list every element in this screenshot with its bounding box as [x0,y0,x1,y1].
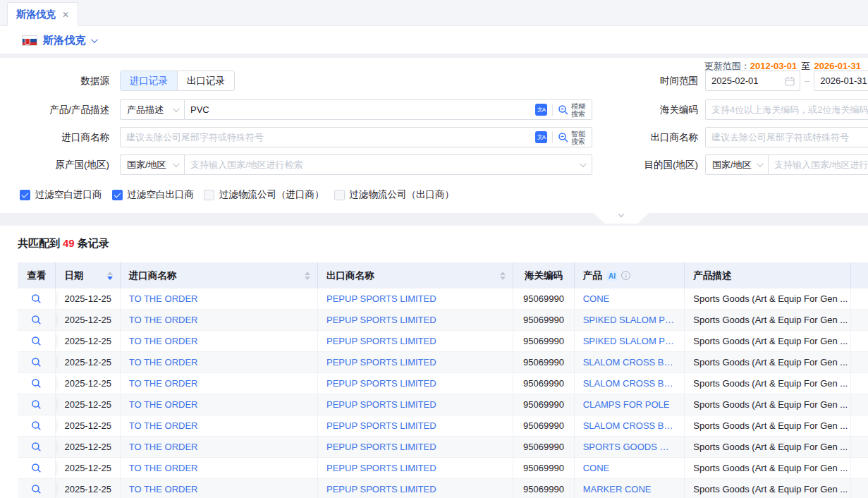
cell-exporter-link[interactable]: PEPUP SPORTS LIMITED [318,394,513,415]
tab-slovakia[interactable]: 斯洛伐克 ✕ [7,2,78,26]
view-record-button[interactable] [18,415,56,436]
cell-importer-link[interactable]: TO THE ORDER [121,458,318,478]
checkbox-filter-blank-exporter[interactable]: 过滤空白出口商 [112,188,195,201]
cell-exporter-link[interactable]: PEPUP SPORTS LIMITED [318,479,513,498]
cell-exporter-link[interactable]: PEPUP SPORTS LIMITED [326,420,436,431]
cell-exporter-link[interactable]: PEPUP SPORTS LIMITED [318,415,513,436]
date-end-input[interactable] [814,71,868,90]
product-input[interactable] [185,100,535,119]
smart-search-button[interactable]: 智能搜索 [558,130,587,145]
sort-icon-importer[interactable] [305,272,310,280]
checkbox-filter-blank-importer[interactable]: 过滤空白进口商 [20,188,102,201]
cell-exporter-link[interactable]: PEPUP SPORTS LIMITED [326,399,436,410]
cell-importer-link[interactable]: TO THE ORDER [129,315,198,325]
cell-product-link[interactable]: CLAMPS FOR POLE [575,394,685,415]
cell-product-link[interactable]: SPORTS GOODS MAR... [583,442,676,452]
cell-product-link[interactable]: CLAMPS FOR POLE [583,399,670,410]
tab-import-records[interactable]: 进口记录 [121,71,177,90]
cell-product-link[interactable]: SPIKED SLALOM POLE [575,310,685,330]
cell-product-link[interactable]: MARKER CONE [583,484,652,494]
cell-exporter-link[interactable]: PEPUP SPORTS LIMITED [326,484,436,494]
cell-product-link[interactable]: MARKER CONE [575,479,685,498]
cell-importer-link[interactable]: TO THE ORDER [129,293,198,304]
cell-exporter-link[interactable]: PEPUP SPORTS LIMITED [326,357,436,368]
cell-exporter-link[interactable]: PEPUP SPORTS LIMITED [326,463,436,473]
cell-importer-link[interactable]: TO THE ORDER [121,437,318,457]
cell-exporter-link[interactable]: PEPUP SPORTS LIMITED [318,289,513,309]
cell-importer-link[interactable]: TO THE ORDER [129,399,198,410]
destination-type-select[interactable]: 国家/地区 [705,154,769,175]
view-record-button[interactable] [18,373,56,394]
cell-importer-link[interactable]: TO THE ORDER [121,415,318,436]
cell-importer-link[interactable]: TO THE ORDER [129,442,198,452]
destination-input[interactable] [769,155,868,174]
cell-product-link[interactable]: SPIKED SLALOM POLE [575,331,685,351]
cell-exporter-link[interactable]: PEPUP SPORTS LIMITED [326,293,436,304]
view-record-button[interactable] [18,458,56,478]
view-record-button[interactable] [18,479,56,498]
cell-importer-link[interactable]: TO THE ORDER [129,420,198,431]
cell-product-link[interactable]: SLALOM CROSS BAR [583,378,676,389]
cell-product-link[interactable]: SLALOM CROSS BAR [575,373,685,394]
cell-product-link[interactable]: CONE [575,289,685,309]
sort-icon-exporter[interactable] [500,272,506,280]
product-type-select[interactable]: 产品描述 [120,99,185,120]
cell-product-link[interactable]: SPORTS GOODS MAR... [575,437,685,457]
chevron-down-icon[interactable] [580,160,587,167]
info-icon[interactable]: i [621,271,630,280]
cell-exporter-link[interactable]: PEPUP SPORTS LIMITED [318,352,513,372]
cell-exporter-link[interactable]: PEPUP SPORTS LIMITED [318,373,513,394]
cell-importer-link[interactable]: TO THE ORDER [129,484,198,494]
calendar-icon[interactable] [785,76,795,86]
col-header-date[interactable]: 日期 [56,262,120,289]
cell-exporter-link[interactable]: PEPUP SPORTS LIMITED [326,315,436,325]
cell-product-link[interactable]: CONE [583,293,610,304]
translate-icon[interactable]: 文A [535,131,547,143]
cell-exporter-link[interactable]: PEPUP SPORTS LIMITED [318,331,513,351]
checkbox-filter-logistics-exporter[interactable]: 过滤物流公司（出口商） [334,188,455,201]
cell-product-link[interactable]: SLALOM CROSS BAR [583,420,676,431]
cell-importer-link[interactable]: TO THE ORDER [121,479,318,498]
cell-product-link[interactable]: CONE [583,463,610,473]
view-record-button[interactable] [18,437,56,457]
origin-input[interactable] [185,155,580,174]
cell-product-link[interactable]: SLALOM CROSS BAR [575,415,685,436]
cell-importer-link[interactable]: TO THE ORDER [121,373,318,394]
cell-exporter-link[interactable]: PEPUP SPORTS LIMITED [326,378,436,389]
view-record-button[interactable] [18,352,56,372]
origin-type-select[interactable]: 国家/地区 [120,154,185,175]
cell-product-link[interactable]: CONE [575,458,685,478]
cell-product-link[interactable]: SPIKED SLALOM POLE [583,315,676,325]
view-record-button[interactable] [18,394,56,415]
cell-importer-link[interactable]: TO THE ORDER [121,331,318,351]
cell-product-link[interactable]: SLALOM CROSS BAR [575,352,685,372]
cell-importer-link[interactable]: TO THE ORDER [129,336,198,346]
cell-importer-link[interactable]: TO THE ORDER [129,378,198,389]
checkbox-filter-logistics-importer[interactable]: 过滤物流公司（进口商） [204,188,324,201]
cell-importer-link[interactable]: TO THE ORDER [129,463,198,473]
cell-exporter-link[interactable]: PEPUP SPORTS LIMITED [318,458,513,478]
importer-input[interactable] [121,128,535,147]
cell-exporter-link[interactable]: PEPUP SPORTS LIMITED [318,437,513,457]
cell-product-link[interactable]: SLALOM CROSS BAR [583,357,676,368]
chevron-down-icon[interactable] [91,36,98,43]
hs-code-input[interactable] [706,100,868,119]
tab-export-records[interactable]: 出口记录 [177,71,234,90]
col-header-importer[interactable]: 进口商名称 [121,262,318,289]
view-record-button[interactable] [18,289,56,309]
fuzzy-search-button[interactable]: 模糊搜索 [558,102,587,118]
cell-exporter-link[interactable]: PEPUP SPORTS LIMITED [326,442,436,452]
exporter-input[interactable] [706,128,868,147]
cell-importer-link[interactable]: TO THE ORDER [121,289,318,309]
translate-icon[interactable]: 文A [535,104,547,116]
cell-exporter-link[interactable]: PEPUP SPORTS LIMITED [326,336,436,346]
sort-icon-date[interactable] [107,272,113,280]
cell-importer-link[interactable]: TO THE ORDER [129,357,198,368]
cell-importer-link[interactable]: TO THE ORDER [121,352,318,372]
col-header-exporter[interactable]: 出口商名称 [318,262,513,289]
date-start-input[interactable] [706,71,785,90]
cell-product-link[interactable]: SPIKED SLALOM POLE [583,336,676,346]
view-record-button[interactable] [18,310,56,330]
close-icon[interactable]: ✕ [62,10,69,20]
cell-importer-link[interactable]: TO THE ORDER [121,310,318,330]
